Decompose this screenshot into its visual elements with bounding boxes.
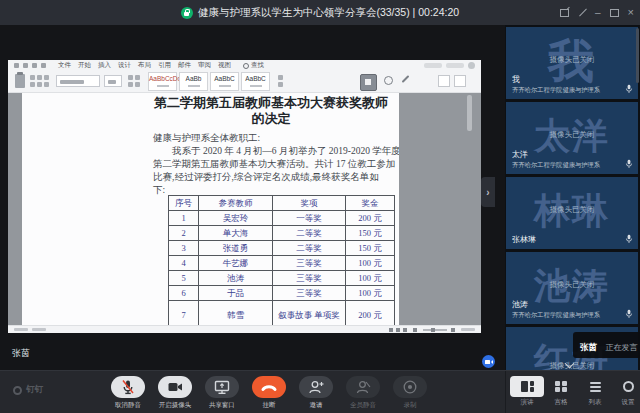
shared-document-window[interactable]: 文件 开始 插入 设计 布局 引用 邮件 审阅 视图 查找 (8, 60, 481, 333)
brand-label: 钉钉 (26, 384, 43, 396)
record-icon (401, 378, 419, 396)
format-painter-icon[interactable] (44, 75, 49, 80)
camera-off-text: 摄像头已关闭 (506, 55, 638, 65)
screen-share-icon (213, 378, 231, 396)
zoom-slider-knob[interactable] (431, 328, 435, 332)
doc-paragraph: 健康与护理系全体教职工: (153, 132, 393, 145)
participant-dept: 齐齐哈尔工程学院健康与护理系 (512, 311, 622, 320)
share-button-placeholder[interactable] (424, 63, 442, 68)
title-bar[interactable]: 健康与护理系以学生为中心领学分享会(33/35) | 00:24:20 – × (0, 0, 640, 25)
pen-icon[interactable] (402, 75, 410, 83)
tab-layout[interactable]: 布局 (138, 61, 151, 70)
video-action-button[interactable] (482, 355, 495, 368)
magnifier-icon[interactable] (384, 76, 393, 85)
secure-meeting-icon (181, 7, 193, 19)
comments-button-placeholder[interactable] (446, 63, 464, 68)
tab-review[interactable]: 审阅 (198, 61, 211, 70)
table-row: 6 于品 三等奖 100 元 (169, 286, 395, 301)
record-button[interactable]: 录制 (380, 376, 440, 410)
video-tile[interactable]: 池涛 摄像头已关闭 池涛 齐齐哈尔工程学院健康与护理系 (506, 252, 638, 324)
tab-ref[interactable]: 引用 (158, 61, 171, 70)
find-command[interactable]: 查找 (243, 61, 264, 70)
account-avatar[interactable] (468, 62, 475, 69)
close-icon[interactable]: × (628, 7, 634, 18)
view-mode-icon[interactable] (396, 328, 400, 332)
zoom-out-icon[interactable] (413, 328, 417, 332)
bottom-toolbar: 钉钉 取消静音 开启摄像头 (0, 370, 640, 413)
table-row: 4 牛艺娜 三等奖 100 元 (169, 256, 395, 271)
mic-icon (625, 159, 633, 169)
mute-all-icon (354, 378, 372, 396)
shared-screen-stage: 文件 开始 插入 设计 布局 引用 邮件 审阅 视图 查找 (0, 25, 505, 370)
view-mode-icon[interactable] (389, 328, 393, 332)
add-person-icon (307, 378, 325, 396)
tab-design[interactable]: 设计 (118, 61, 131, 70)
bullets-icon[interactable] (135, 82, 140, 87)
styles-more-icon[interactable] (278, 75, 283, 80)
tab-file[interactable]: 文件 (58, 61, 71, 70)
tab-home[interactable]: 开始 (78, 61, 91, 70)
copy-icon[interactable] (37, 75, 42, 80)
ribbon-option-box1[interactable] (438, 75, 450, 87)
speaking-name: 张茵 (580, 342, 597, 352)
table-row: 7 韩雪 叙事故事 单项奖 200 元 (169, 301, 395, 326)
mic-muted-icon (119, 378, 137, 396)
style-normal[interactable]: AaBbCcDd (148, 72, 177, 91)
editing-icon[interactable] (278, 82, 283, 87)
word-count-placeholder (32, 328, 46, 331)
underline-icon[interactable] (44, 82, 49, 87)
italic-icon[interactable] (37, 82, 42, 87)
chevron-down-icon[interactable] (566, 359, 574, 367)
meeting-title: 健康与护理系以学生为中心领学分享会(33/35) | 00:24:20 (198, 6, 459, 20)
document-page[interactable]: 第二学期第五届教师基本功大赛获奖教师 的决定 健康与护理系全体教职工: 我系于 … (22, 93, 399, 325)
video-tile[interactable]: 林琳 摄像头已关闭 张林琳 (506, 177, 638, 249)
style-heading1[interactable]: AaBbC (210, 72, 239, 91)
video-tile[interactable]: 太洋 摄像头已关闭 太洋 齐齐哈尔工程学院健康与护理系 (506, 102, 638, 174)
cut-icon[interactable] (30, 75, 35, 80)
view-settings[interactable]: 设置 (607, 376, 640, 407)
document-canvas[interactable]: 第二学期第五届教师基本功大赛获奖教师 的决定 健康与护理系全体教职工: 我系于 … (8, 93, 481, 325)
table-row: 1 吴宏玲 一等奖 200 元 (169, 211, 395, 226)
document-ribbon-tabs: 文件 开始 插入 设计 布局 引用 邮件 审阅 视图 查找 (8, 60, 481, 71)
document-scrollbar[interactable] (467, 95, 472, 131)
align-center-icon[interactable] (135, 75, 140, 80)
camera-off-text: 摄像头已关闭 (506, 280, 638, 290)
style-heading2[interactable]: AaBbC (241, 72, 270, 91)
popout-icon[interactable] (560, 9, 569, 17)
paste-icon[interactable] (15, 74, 25, 88)
numbering-icon[interactable] (128, 82, 133, 87)
list-view-icon (590, 380, 601, 394)
sidebar-collapse-handle[interactable]: › (481, 177, 495, 207)
meeting-window: 健康与护理系以学生为中心领学分享会(33/35) | 00:24:20 – × … (0, 0, 640, 413)
tab-mail[interactable]: 邮件 (178, 61, 191, 70)
view-mode-icon[interactable] (403, 328, 407, 332)
tab-insert[interactable]: 插入 (98, 61, 111, 70)
zoom-in-icon[interactable] (451, 328, 455, 332)
fullscreen-icon[interactable] (578, 9, 586, 17)
video-tile[interactable]: 我 摄像头已关闭 我 齐齐哈尔工程学院健康与护理系 (506, 27, 638, 99)
save-icon[interactable] (23, 63, 28, 68)
participant-name: 我 (512, 74, 622, 85)
minimize-icon[interactable]: – (595, 8, 601, 18)
sidebar-scrollbar[interactable] (636, 28, 639, 83)
dingtalk-brand: 钉钉 (13, 384, 43, 396)
zoom-slider[interactable] (423, 329, 447, 331)
selected-tool-button[interactable] (360, 74, 377, 91)
ribbon-option-box2[interactable] (454, 75, 466, 87)
undo-icon[interactable] (32, 63, 37, 68)
bold-icon[interactable] (30, 82, 35, 87)
font-name-combobox[interactable] (56, 75, 100, 87)
align-left-icon[interactable] (128, 75, 133, 80)
mic-icon (625, 309, 633, 319)
font-size-combobox[interactable] (104, 75, 122, 87)
speaking-status: 正在发言 (605, 343, 637, 352)
document-status-bar (8, 325, 481, 333)
redo-icon[interactable] (41, 63, 46, 68)
table-row: 5 池涛 三等奖 100 元 (169, 271, 395, 286)
style-no-spacing[interactable]: AaBb (179, 72, 208, 91)
menu-icon[interactable] (14, 63, 19, 68)
table-row: 2 单大海 二等奖 150 元 (169, 226, 395, 241)
participant-name: 张林琳 (512, 234, 622, 245)
maximize-icon[interactable] (610, 9, 619, 17)
tab-view[interactable]: 视图 (218, 61, 231, 70)
